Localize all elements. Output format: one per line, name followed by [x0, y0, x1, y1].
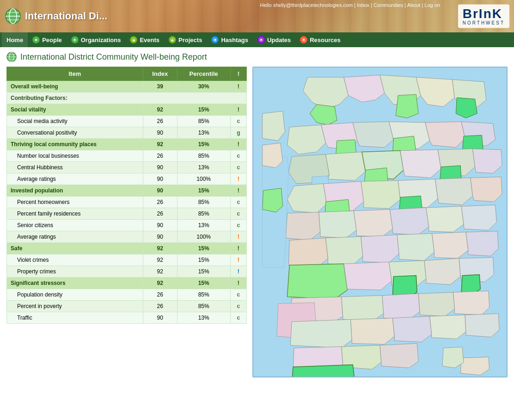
svg-marker-39 — [361, 180, 400, 209]
col-percentile: Percentile — [177, 67, 230, 81]
table-row: Invested population 90 15% ! — [7, 185, 247, 197]
svg-marker-69 — [342, 296, 384, 321]
row-percentile: 85% — [177, 301, 230, 312]
row-index: 90 — [143, 185, 177, 197]
row-alert: c — [230, 220, 246, 231]
row-index: 90 — [143, 162, 177, 173]
row-percentile: 15% — [177, 139, 230, 150]
row-alert: c — [230, 116, 246, 127]
row-index: 26 — [143, 208, 177, 220]
svg-marker-21 — [353, 122, 393, 148]
row-item: Safe — [7, 243, 143, 254]
nav-people[interactable]: ● People — [28, 32, 67, 47]
row-alert: ! — [230, 81, 246, 93]
row-percentile: 13% — [177, 127, 230, 139]
row-percentile: 85% — [177, 150, 230, 162]
row-item: Contributing Factors: — [7, 93, 247, 104]
projects-dot: ▲ — [169, 36, 176, 43]
table-row: Number local businesses 26 85% c — [7, 150, 247, 162]
row-item: Violet crimes — [7, 254, 143, 266]
row-item: Average ratings — [7, 231, 143, 243]
report-table: Item Index Percentile ! Overall well-bei… — [6, 67, 247, 324]
row-index: 92 — [143, 104, 177, 116]
row-index: 26 — [143, 301, 177, 312]
col-alert: ! — [230, 67, 246, 81]
row-alert: ! — [230, 254, 246, 266]
svg-marker-41 — [435, 178, 472, 205]
row-index: 26 — [143, 289, 177, 301]
resources-dot: ● — [300, 36, 307, 43]
row-item: Thriving local community places — [7, 139, 143, 150]
row-alert: ! — [230, 278, 246, 289]
table-row: Senior citizens 90 13% c — [7, 220, 247, 231]
hashtags-label: Hashtags — [221, 37, 248, 43]
nav-resources[interactable]: ● Resources — [295, 32, 345, 47]
row-index: 92 — [143, 243, 177, 254]
hashtags-dot: ● — [211, 36, 219, 43]
svg-marker-47 — [354, 210, 392, 237]
svg-marker-78 — [465, 314, 499, 337]
row-alert: ! — [230, 139, 246, 150]
row-index: 90 — [143, 127, 177, 139]
table-row: Violet crimes 92 15% ! — [7, 254, 247, 266]
nav-home[interactable]: Home — [2, 32, 28, 47]
brink-logo: BrInK NORTHWEST — [458, 5, 509, 28]
table-row: Average ratings 90 100% ! — [7, 173, 247, 185]
report-table-wrapper: Item Index Percentile ! Overall well-bei… — [6, 67, 247, 377]
page-title-icon — [6, 52, 17, 62]
table-row: Overall well-being 39 30% ! — [7, 81, 247, 93]
row-alert: c — [230, 197, 246, 208]
row-item: Traffic — [7, 312, 143, 324]
row-percentile: 85% — [177, 197, 230, 208]
svg-marker-17 — [396, 94, 418, 118]
brand-logo: International Di... — [5, 8, 107, 25]
row-item: Social vitality — [7, 104, 143, 116]
row-percentile: 85% — [177, 116, 230, 127]
row-item: Central Hubbiness — [7, 162, 143, 173]
row-percentile: 100% — [177, 231, 230, 243]
svg-marker-75 — [350, 318, 394, 345]
col-index: Index — [143, 67, 177, 81]
row-alert: ! — [230, 231, 246, 243]
table-row: Average ratings 90 100% ! — [7, 231, 247, 243]
page-title: International District Community Well-be… — [20, 52, 207, 62]
events-dot: ▲ — [130, 36, 137, 43]
resources-label: Resources — [310, 37, 340, 43]
nav-updates[interactable]: ● Updates — [253, 32, 295, 47]
row-percentile: 85% — [177, 208, 230, 220]
row-index: 90 — [143, 231, 177, 243]
row-index: 26 — [143, 197, 177, 208]
svg-marker-50 — [461, 205, 496, 230]
svg-marker-46 — [319, 211, 356, 238]
row-percentile: 15% — [177, 254, 230, 266]
people-dot: ● — [32, 36, 40, 43]
nav-organizations[interactable]: ● Organizations — [67, 32, 126, 47]
svg-marker-70 — [382, 294, 420, 320]
svg-marker-54 — [263, 188, 283, 212]
nav-hashtags[interactable]: ● Hashtags — [207, 32, 253, 47]
svg-marker-23 — [425, 122, 465, 148]
table-row: Property crimes 92 15% ! — [7, 266, 247, 278]
row-alert: ! — [230, 185, 246, 197]
globe-icon — [5, 8, 21, 25]
row-alert: ! — [230, 243, 246, 254]
row-index: 26 — [143, 150, 177, 162]
map-container[interactable] — [252, 67, 508, 377]
svg-marker-59 — [432, 232, 468, 259]
svg-marker-82 — [292, 364, 355, 377]
svg-marker-71 — [418, 292, 454, 316]
nav-events[interactable]: ▲ Events — [125, 32, 164, 47]
row-alert: c — [230, 312, 246, 324]
row-item: Percent homeowners — [7, 197, 143, 208]
row-item: Invested population — [7, 185, 143, 197]
row-item: Percent family residences — [7, 208, 143, 220]
row-item: Senior citizens — [7, 220, 143, 231]
row-index: 90 — [143, 173, 177, 185]
row-alert: c — [230, 301, 246, 312]
row-alert: c — [230, 150, 246, 162]
table-row: Percent homeowners 26 85% c — [7, 197, 247, 208]
user-bar: Hello shelly@thirdplacetechnologies.com … — [260, 2, 440, 8]
nav-projects[interactable]: ▲ Projects — [164, 32, 207, 47]
table-row: Thriving local community places 92 15% ! — [7, 139, 247, 150]
organizations-label: Organizations — [81, 37, 121, 43]
